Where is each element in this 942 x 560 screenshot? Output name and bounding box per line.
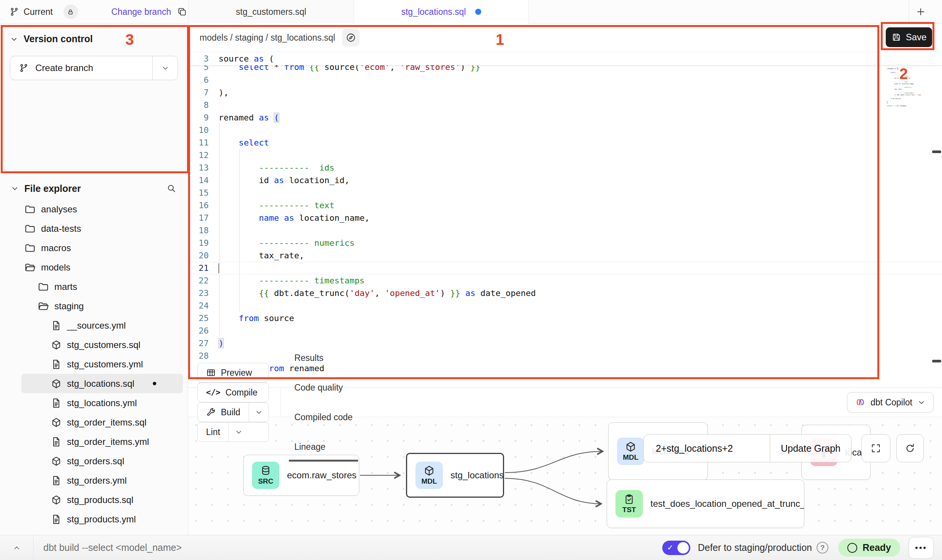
fullscreen-button[interactable] [861,434,890,462]
update-graph-button[interactable]: Update Graph [770,435,851,462]
command-input[interactable]: dbt build --select <model_name> [43,542,182,553]
file-tree-item-marts[interactable]: marts [21,277,183,296]
file-tree-item-__sources.yml[interactable]: __sources.yml [21,316,183,335]
dbt-copilot-button[interactable]: dbt Copilot [847,392,934,413]
file-tree-item-stg_order_items.yml[interactable]: stg_order_items.yml [21,432,183,451]
file-name: macros [41,243,71,253]
file-tree-item-stg_customers.sql[interactable]: stg_customers.sql [21,335,183,354]
file-name: stg_orders.sql [67,456,124,467]
node-badge-label: MDL [421,477,437,486]
docs-compass-button[interactable] [342,29,360,46]
dbt-copilot-label: dbt Copilot [871,397,912,408]
file-tree-item-stg_orders.yml[interactable]: stg_orders.yml [21,471,183,490]
code-line-23[interactable]: 23 {{ dbt.date_trunc('day', 'opened_at')… [188,287,942,299]
status-badge[interactable]: Ready [838,539,900,557]
model-icon [51,340,62,350]
lineage-controls: 2+stg_locations+2 Update Graph [643,434,852,462]
file-tree-item-stg_products.yml[interactable]: stg_products.yml [21,509,183,529]
compile-button[interactable]: </>Compile [197,383,269,402]
chevron-down-icon [161,64,170,72]
file-explorer-title: File explorer [24,183,81,194]
code-line-21[interactable]: 21 [188,262,942,274]
code-line-19[interactable]: 19 ---------- numerics [188,237,942,249]
code-line-5[interactable]: 5 select * from {{ source('ecom', 'raw_s… [188,65,942,73]
preview-button[interactable]: Preview [197,363,269,383]
change-branch-link[interactable]: Change branch [111,7,171,17]
file-tree-item-stg_orders.sql[interactable]: stg_orders.sql [21,451,183,471]
code-editor[interactable]: 3source as (5 select * from {{ source('e… [188,52,942,388]
file-tree-item-data-tests[interactable]: data-tests [21,219,183,238]
code-line-7[interactable]: 7), [188,86,942,99]
code-line-6[interactable]: 6 [188,74,942,86]
file-tree-item-stg_order_items.sql[interactable]: stg_order_items.sql [21,413,183,432]
breadcrumb-row: models / staging / stg_locations.sql [188,24,942,52]
code-line-14[interactable]: 14 id as location_id, [188,174,942,187]
code-line-17[interactable]: 17 name as location_name, [188,212,942,224]
file-tree-item-analyses[interactable]: analyses [21,199,183,219]
code-line-9[interactable]: 9renamed as ( [188,111,942,124]
refresh-button[interactable] [896,434,924,462]
chevron-up-icon [13,544,21,552]
current-branch-label: Current [24,7,53,17]
tab-stg_customers.sql[interactable]: stg_customers.sql [188,0,354,24]
file-icon [51,320,62,331]
create-branch-button[interactable]: Create branch [10,56,178,80]
node-badge: MDL [617,438,644,465]
code-line-11[interactable]: 11 select [188,136,942,149]
help-icon[interactable]: ? [817,542,828,554]
code-line-13[interactable]: 13 ---------- ids [188,161,942,174]
code-line-15[interactable]: 15 [188,187,942,199]
copy-icon[interactable] [177,7,187,17]
lineage-node-test_does_location_opened_at_trunc_t[interactable]: TSTtest_does_location_opened_at_trunc_t… [607,479,804,528]
build-button[interactable]: Build [197,402,269,422]
chevron-down-icon[interactable] [10,35,18,43]
panel-tab-lineage[interactable]: Lineage [292,432,355,462]
chevron-down-icon[interactable] [11,184,19,193]
lineage-node-stg_locations[interactable]: MDLstg_locations [406,453,504,498]
search-icon[interactable] [167,184,176,193]
code-line-16[interactable]: 16 ---------- text [188,199,942,212]
lineage-selector-input[interactable]: 2+stg_locations+2 [644,435,770,462]
code-line-3[interactable]: 3source as ( [188,52,942,65]
code-line-25[interactable]: 25 from source [188,312,942,324]
file-tree-item-stg_locations.sql[interactable]: stg_locations.sql [21,374,183,393]
lint-button[interactable]: Lint [197,422,269,442]
panel-tab-code-quality[interactable]: Code quality [292,373,355,402]
panel-tab-results[interactable]: Results [292,343,355,373]
file-tree-item-staging[interactable]: staging [21,296,183,316]
code-text: ---------- numerics [215,238,355,248]
resize-handle[interactable] [932,360,941,362]
code-line-24[interactable]: 24 [188,299,942,312]
more-options-button[interactable]: ••• [909,537,934,559]
line-number: 17 [188,213,215,223]
file-tree-item-macros[interactable]: macros [21,238,183,258]
build-dropdown[interactable] [249,403,268,422]
new-tab-button[interactable] [915,6,926,17]
file-name: stg_customers.yml [67,359,143,370]
resize-handle[interactable] [932,150,941,153]
file-tree-item-stg_products.sql[interactable]: stg_products.sql [21,490,183,509]
file-tree-item-stg_locations.yml[interactable]: stg_locations.yml [21,393,183,413]
file-tree-item-stg_customers.yml[interactable]: stg_customers.yml [21,354,183,374]
code-line-8[interactable]: 8 [188,99,942,111]
file-tree-item-models[interactable]: models [21,258,183,277]
code-line-12[interactable]: 12 [188,149,942,161]
save-button[interactable]: Save [886,27,932,47]
bottom-toolbar: Preview</>CompileBuildLint ResultsCode q… [188,388,942,417]
code-line-20[interactable]: 20 tax_rate, [188,249,942,262]
defer-toggle[interactable]: ✓ [662,541,690,555]
code-line-22[interactable]: 22 ---------- timestamps [188,274,942,287]
code-line-10[interactable]: 10 [188,124,942,136]
panel-tab-compiled-code[interactable]: Compiled code [292,402,355,432]
code-line-18[interactable]: 18 [188,224,942,237]
collapse-panel-button[interactable] [0,535,33,560]
lint-dropdown[interactable] [228,422,248,441]
tab-stg_locations.sql[interactable]: stg_locations.sql [354,0,529,24]
line-number: 10 [188,125,215,135]
create-branch-dropdown[interactable] [152,56,178,80]
current-branch[interactable]: Current [10,5,78,19]
line-number: 8 [188,100,215,110]
code-line-26[interactable]: 26 [188,324,942,337]
file-name: stg_order_items.sql [67,417,146,428]
db-icon [260,465,271,476]
